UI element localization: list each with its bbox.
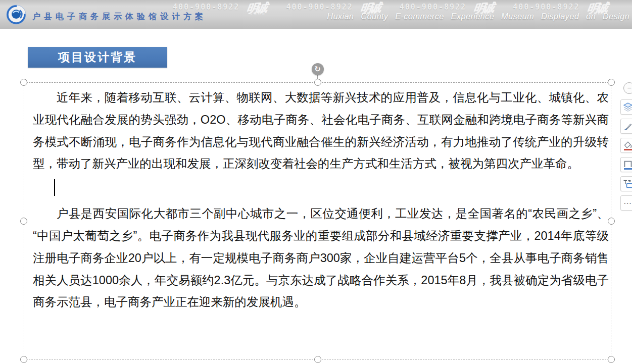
resize-handle-top-left[interactable] bbox=[20, 79, 27, 86]
text-box-icon bbox=[622, 178, 632, 189]
frame-outline-button[interactable] bbox=[620, 157, 632, 172]
section-title[interactable]: 项目设计背景 bbox=[28, 47, 167, 68]
brush-button[interactable] bbox=[620, 119, 632, 134]
text-cursor bbox=[54, 179, 55, 196]
resize-handle-bottom-right[interactable] bbox=[608, 356, 615, 363]
floating-object-toolbar: − bbox=[620, 82, 632, 211]
frame-outline-icon bbox=[622, 159, 632, 170]
resize-handle-bottom-middle[interactable] bbox=[314, 356, 321, 363]
phone-number: 400-900-8922 bbox=[513, 3, 579, 12]
english-subtitle: Huxian County E-commerce Experience Muse… bbox=[327, 12, 629, 21]
more-options-button[interactable]: ··· bbox=[620, 195, 632, 211]
rotate-handle-icon[interactable]: ↻ bbox=[312, 63, 324, 75]
brand-logo-icon bbox=[5, 4, 27, 26]
fill-color-button[interactable] bbox=[620, 138, 632, 153]
calligraphy-watermark: 明诚 文化科技 bbox=[247, 1, 279, 16]
resize-handle-middle-right[interactable] bbox=[608, 218, 615, 225]
header-banner: 户县电子商务展示体验馆设计方案 400-900-8922 明诚 文化科技 400… bbox=[0, 0, 632, 29]
empty-line bbox=[33, 175, 609, 203]
layers-icon bbox=[623, 102, 632, 112]
text-box-button[interactable] bbox=[620, 176, 632, 191]
paragraph-2: 户县是西安国际化大都市三个副中心城市之一，区位交通便利，工业发达，是全国著名的“… bbox=[33, 203, 609, 314]
phone-number: 400-900-8922 bbox=[400, 3, 466, 12]
paragraph-1: 近年来，随着移动互联、云计算、物联网、大数据等新兴技术的应用普及，信息化与工业化… bbox=[33, 87, 609, 175]
fill-color-icon bbox=[622, 140, 632, 151]
phone-number: 400-900-8922 bbox=[286, 3, 353, 12]
resize-handle-top-middle[interactable] bbox=[314, 79, 321, 86]
collapse-toolbar-button[interactable]: − bbox=[623, 82, 632, 94]
text-box-content[interactable]: 近年来，随着移动互联、云计算、物联网、大数据等新兴技术的应用普及，信息化与工业化… bbox=[33, 87, 609, 314]
brush-icon bbox=[623, 121, 632, 131]
resize-handle-top-right[interactable] bbox=[608, 79, 615, 86]
resize-handle-bottom-left[interactable] bbox=[20, 356, 27, 363]
more-options-icon: ··· bbox=[624, 199, 632, 207]
resize-handle-middle-left[interactable] bbox=[20, 218, 27, 225]
phone-number: 400-900-8922 bbox=[173, 3, 239, 12]
layers-button[interactable] bbox=[620, 99, 632, 115]
selected-text-box[interactable]: ↻ 近年来，随着移动互联、云计算、物联网、大数据等新兴技术的应用普及，信息化与工… bbox=[24, 82, 611, 359]
